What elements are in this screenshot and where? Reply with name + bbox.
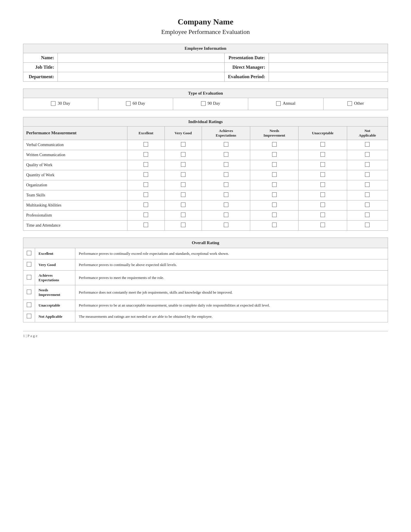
checkbox-unacceptable-2[interactable] [299, 160, 347, 170]
checkbox-unacceptable-5[interactable] [299, 190, 347, 200]
checkbox-excellent-4[interactable] [127, 180, 165, 190]
box-achieves-1[interactable] [224, 152, 228, 157]
checkbox-not-applicable-5[interactable] [347, 190, 388, 200]
job-title-value[interactable] [58, 63, 225, 72]
box-excellent-2[interactable] [144, 162, 148, 167]
box-very-good-0[interactable] [181, 142, 186, 147]
box-not-applicable-1[interactable] [365, 152, 370, 157]
department-value[interactable] [58, 72, 225, 82]
box-needs-5[interactable] [272, 192, 277, 197]
box-unacceptable-6[interactable] [320, 202, 325, 207]
box-unacceptable-8[interactable] [320, 223, 325, 227]
box-needs-3[interactable] [272, 172, 277, 177]
checkbox-excellent-1[interactable] [127, 150, 165, 160]
checkbox-unacceptable-7[interactable] [299, 210, 347, 220]
checkbox-excellent-7[interactable] [127, 210, 165, 220]
checkbox-achieves-0[interactable] [202, 140, 250, 150]
overall-checkbox-5[interactable] [23, 311, 35, 322]
checkbox-needs-7[interactable] [250, 210, 299, 220]
checkbox-unacceptable-0[interactable] [299, 140, 347, 150]
checkbox-needs-2[interactable] [250, 160, 299, 170]
checkbox-other[interactable] [347, 101, 352, 106]
checkbox-needs-5[interactable] [250, 190, 299, 200]
checkbox-excellent-6[interactable] [127, 200, 165, 210]
checkbox-very-good-5[interactable] [165, 190, 202, 200]
eval-option-annual[interactable]: Annual [248, 98, 323, 110]
box-excellent-5[interactable] [144, 192, 148, 197]
checkbox-needs-1[interactable] [250, 150, 299, 160]
eval-option-other[interactable]: Other [324, 98, 388, 110]
checkbox-excellent-5[interactable] [127, 190, 165, 200]
box-unacceptable-3[interactable] [320, 172, 325, 177]
checkbox-very-good-3[interactable] [165, 170, 202, 180]
checkbox-achieves-1[interactable] [202, 150, 250, 160]
box-unacceptable-1[interactable] [320, 152, 325, 157]
box-very-good-8[interactable] [181, 223, 186, 227]
box-excellent-8[interactable] [144, 223, 148, 227]
checkbox-excellent-8[interactable] [127, 220, 165, 230]
checkbox-excellent-2[interactable] [127, 160, 165, 170]
box-excellent-3[interactable] [144, 172, 148, 177]
checkbox-needs-3[interactable] [250, 170, 299, 180]
checkbox-annual[interactable] [276, 101, 281, 106]
box-achieves-4[interactable] [224, 182, 228, 187]
overall-checkbox-3[interactable] [23, 285, 35, 300]
box-needs-7[interactable] [272, 213, 277, 217]
checkbox-very-good-0[interactable] [165, 140, 202, 150]
checkbox-needs-4[interactable] [250, 180, 299, 190]
box-achieves-6[interactable] [224, 202, 228, 207]
checkbox-not-applicable-1[interactable] [347, 150, 388, 160]
checkbox-60day[interactable] [126, 101, 131, 106]
checkbox-achieves-5[interactable] [202, 190, 250, 200]
overall-checkbox-0[interactable] [23, 248, 35, 259]
checkbox-unacceptable-4[interactable] [299, 180, 347, 190]
checkbox-not-applicable-4[interactable] [347, 180, 388, 190]
box-needs-0[interactable] [272, 142, 277, 147]
overall-checkbox-4[interactable] [23, 300, 35, 311]
box-not-applicable-2[interactable] [365, 162, 370, 167]
box-achieves-3[interactable] [224, 172, 228, 177]
checkbox-not-applicable-2[interactable] [347, 160, 388, 170]
box-unacceptable-0[interactable] [320, 142, 325, 147]
box-not-applicable-0[interactable] [365, 142, 370, 147]
checkbox-unacceptable-1[interactable] [299, 150, 347, 160]
box-needs-2[interactable] [272, 162, 277, 167]
box-very-good-1[interactable] [181, 152, 186, 157]
checkbox-excellent-3[interactable] [127, 170, 165, 180]
overall-box-2[interactable] [27, 275, 31, 280]
box-excellent-6[interactable] [144, 202, 148, 207]
box-excellent-4[interactable] [144, 182, 148, 187]
box-excellent-0[interactable] [144, 142, 148, 147]
box-unacceptable-4[interactable] [320, 182, 325, 187]
checkbox-very-good-7[interactable] [165, 210, 202, 220]
overall-box-4[interactable] [27, 303, 31, 307]
box-not-applicable-4[interactable] [365, 182, 370, 187]
overall-box-3[interactable] [27, 290, 31, 294]
box-not-applicable-8[interactable] [365, 223, 370, 227]
checkbox-needs-8[interactable] [250, 220, 299, 230]
box-excellent-1[interactable] [144, 152, 148, 157]
box-achieves-8[interactable] [224, 223, 228, 227]
checkbox-very-good-2[interactable] [165, 160, 202, 170]
checkbox-not-applicable-0[interactable] [347, 140, 388, 150]
overall-checkbox-2[interactable] [23, 270, 35, 285]
box-needs-6[interactable] [272, 202, 277, 207]
box-achieves-5[interactable] [224, 192, 228, 197]
box-unacceptable-2[interactable] [320, 162, 325, 167]
direct-manager-value[interactable] [269, 63, 388, 72]
box-very-good-7[interactable] [181, 213, 186, 217]
checkbox-not-applicable-8[interactable] [347, 220, 388, 230]
box-very-good-2[interactable] [181, 162, 186, 167]
checkbox-achieves-2[interactable] [202, 160, 250, 170]
checkbox-needs-0[interactable] [250, 140, 299, 150]
overall-box-1[interactable] [27, 262, 31, 267]
overall-box-0[interactable] [27, 251, 31, 255]
checkbox-unacceptable-8[interactable] [299, 220, 347, 230]
box-unacceptable-7[interactable] [320, 213, 325, 217]
box-excellent-7[interactable] [144, 213, 148, 217]
checkbox-very-good-1[interactable] [165, 150, 202, 160]
box-not-applicable-5[interactable] [365, 192, 370, 197]
checkbox-not-applicable-6[interactable] [347, 200, 388, 210]
eval-option-90day[interactable]: 90 Day [173, 98, 248, 110]
eval-option-60day[interactable]: 60 Day [98, 98, 173, 110]
